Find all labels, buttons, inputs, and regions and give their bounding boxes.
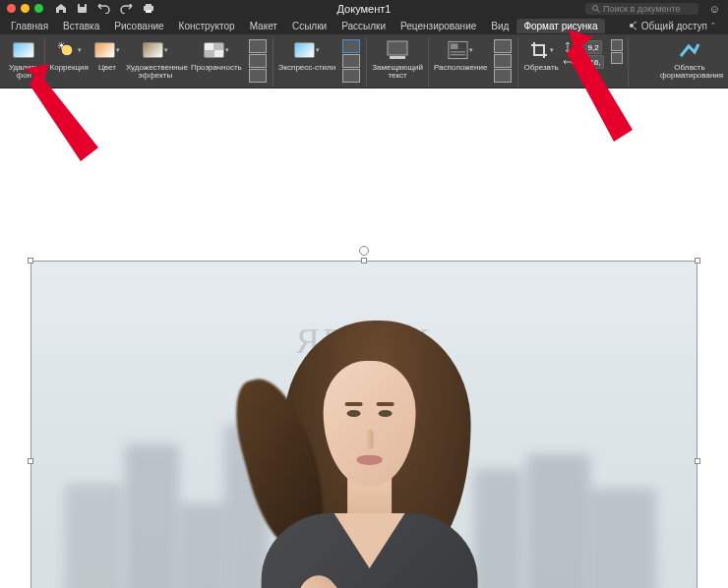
resize-handle-tr[interactable]: [695, 258, 700, 264]
search-input[interactable]: Поиск в документе: [585, 3, 698, 15]
title-bar: Документ1 Поиск в документе ☺: [0, 0, 728, 17]
svg-rect-3: [146, 4, 152, 7]
svg-rect-11: [451, 43, 458, 49]
transparency-button[interactable]: ▾ Прозрачность: [189, 37, 244, 85]
redo-icon[interactable]: [120, 4, 133, 14]
minimize-window-button[interactable]: [21, 4, 30, 13]
picture-border-icon[interactable]: [342, 39, 360, 53]
quick-styles-button[interactable]: ▾ Экспресс-стили: [276, 37, 338, 85]
picture-layout-icon[interactable]: [342, 69, 360, 83]
home-icon[interactable]: [55, 3, 67, 14]
svg-rect-9: [390, 56, 405, 59]
resize-handle-tm[interactable]: [361, 258, 367, 264]
picture-effects-icon[interactable]: [342, 54, 360, 68]
svg-marker-17: [567, 39, 633, 142]
tab-review[interactable]: Рецензирование: [394, 19, 483, 33]
print-icon[interactable]: [143, 3, 154, 14]
send-backward-icon[interactable]: [494, 69, 512, 83]
resize-handle-ml[interactable]: [28, 458, 33, 464]
photo-content: ЯБЛЫК: [31, 262, 697, 588]
window-controls: [0, 4, 43, 13]
tab-mail[interactable]: Рассылки: [334, 19, 393, 33]
reset-picture-icon[interactable]: [249, 69, 267, 83]
svg-point-5: [593, 6, 598, 11]
change-picture-icon[interactable]: [249, 54, 267, 68]
tab-home[interactable]: Главная: [4, 19, 55, 33]
feedback-icon[interactable]: ☺: [709, 3, 720, 15]
format-pane-button[interactable]: Область форматирования: [658, 37, 721, 81]
svg-line-6: [597, 10, 600, 13]
rotation-handle[interactable]: [359, 246, 369, 256]
maximize-window-button[interactable]: [34, 4, 43, 13]
resize-handle-mr[interactable]: [695, 458, 700, 464]
document-title: Документ1: [337, 3, 392, 15]
search-icon: [591, 4, 600, 13]
svg-rect-4: [146, 10, 152, 13]
alt-text-button[interactable]: Замещающий текст: [370, 37, 425, 81]
document-canvas[interactable]: ЯБЛЫК: [0, 88, 728, 588]
bring-forward-icon[interactable]: [494, 54, 512, 68]
wrap-text-icon[interactable]: [494, 39, 512, 53]
svg-marker-15: [30, 71, 98, 161]
artistic-effects-button[interactable]: ▾ Художественные эффекты: [124, 37, 187, 85]
svg-rect-1: [80, 4, 85, 7]
annotation-arrow-right: [549, 22, 647, 149]
resize-handle-tl[interactable]: [28, 258, 33, 264]
tab-design[interactable]: Конструктор: [172, 19, 242, 33]
undo-icon[interactable]: [97, 4, 110, 14]
compress-pictures-icon[interactable]: [249, 39, 267, 53]
position-button[interactable]: ▾ Расположение: [432, 37, 489, 85]
svg-rect-8: [388, 41, 407, 55]
close-window-button[interactable]: [7, 4, 16, 13]
tab-refs[interactable]: Ссылки: [285, 19, 334, 33]
search-placeholder: Поиск в документе: [603, 4, 681, 14]
tab-layout[interactable]: Макет: [243, 19, 284, 33]
selected-image[interactable]: ЯБЛЫК: [30, 261, 698, 588]
save-icon[interactable]: [77, 3, 88, 14]
tab-draw[interactable]: Рисование: [107, 19, 170, 33]
annotation-arrow-left: [10, 59, 108, 167]
tab-insert[interactable]: Вставка: [56, 19, 106, 33]
tab-view[interactable]: Вид: [484, 19, 516, 33]
